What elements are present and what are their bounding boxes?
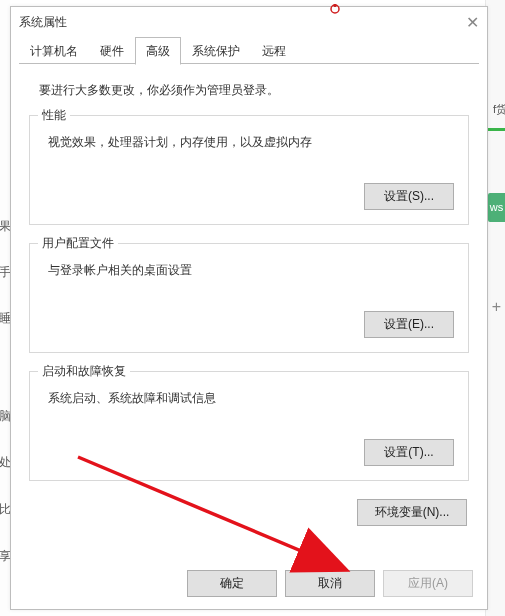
tab-system-protection[interactable]: 系统保护 bbox=[181, 37, 251, 64]
svg-rect-1 bbox=[334, 4, 336, 7]
group-desc: 与登录帐户相关的桌面设置 bbox=[44, 262, 454, 279]
tab-advanced[interactable]: 高级 bbox=[135, 37, 181, 65]
group-startup-recovery: 启动和故障恢复 系统启动、系统故障和调试信息 设置(T)... bbox=[29, 371, 469, 481]
group-user-profiles: 用户配置文件 与登录帐户相关的桌面设置 设置(E)... bbox=[29, 243, 469, 353]
group-legend: 启动和故障恢复 bbox=[38, 363, 130, 380]
settings-startup-recovery-button[interactable]: 设置(T)... bbox=[364, 439, 454, 466]
tabstrip: 计算机名 硬件 高级 系统保护 远程 bbox=[11, 37, 487, 64]
admin-note: 要进行大多数更改，你必须作为管理员登录。 bbox=[39, 82, 469, 99]
background-right-panel: ws + bbox=[485, 0, 505, 616]
apply-button[interactable]: 应用(A) bbox=[383, 570, 473, 597]
bg-right-badge: ws bbox=[488, 193, 505, 222]
group-legend: 用户配置文件 bbox=[38, 235, 118, 252]
bg-right-green-line bbox=[488, 128, 505, 131]
group-desc: 系统启动、系统故障和调试信息 bbox=[44, 390, 454, 407]
tab-computer-name[interactable]: 计算机名 bbox=[19, 37, 89, 64]
ok-button[interactable]: 确定 bbox=[187, 570, 277, 597]
group-performance: 性能 视觉效果，处理器计划，内存使用，以及虚拟内存 设置(S)... bbox=[29, 115, 469, 225]
group-legend: 性能 bbox=[38, 107, 70, 124]
bg-right-text: f货 bbox=[493, 102, 505, 117]
plus-icon: + bbox=[488, 298, 505, 318]
system-properties-dialog: 系统属性 ✕ 计算机名 硬件 高级 系统保护 远程 要进行大多数更改，你必须作为… bbox=[10, 6, 488, 610]
dialog-title: 系统属性 bbox=[19, 14, 67, 31]
cancel-button[interactable]: 取消 bbox=[285, 570, 375, 597]
tab-content: 要进行大多数更改，你必须作为管理员登录。 性能 视觉效果，处理器计划，内存使用，… bbox=[11, 64, 487, 560]
environment-variables-button[interactable]: 环境变量(N)... bbox=[357, 499, 467, 526]
top-red-mark-icon bbox=[326, 4, 356, 16]
close-icon[interactable]: ✕ bbox=[449, 13, 479, 32]
settings-performance-button[interactable]: 设置(S)... bbox=[364, 183, 454, 210]
tab-hardware[interactable]: 硬件 bbox=[89, 37, 135, 64]
dialog-footer: 确定 取消 应用(A) bbox=[11, 560, 487, 609]
group-desc: 视觉效果，处理器计划，内存使用，以及虚拟内存 bbox=[44, 134, 454, 151]
titlebar: 系统属性 ✕ bbox=[11, 7, 487, 37]
background-left-panel: 果 手 睡 脑 处 比 享 bbox=[0, 0, 10, 616]
settings-user-profiles-button[interactable]: 设置(E)... bbox=[364, 311, 454, 338]
tab-remote[interactable]: 远程 bbox=[251, 37, 297, 64]
